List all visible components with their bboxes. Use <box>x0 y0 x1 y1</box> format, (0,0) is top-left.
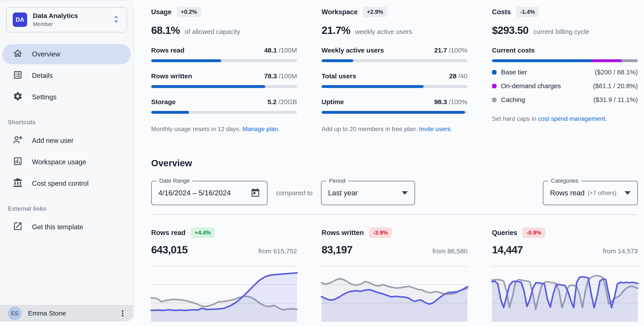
trend-badge: +4.4% <box>191 227 215 238</box>
sidebar-item-label: Workspace usage <box>32 158 86 166</box>
trend-badge: -0.9% <box>522 227 545 238</box>
cost-segment-caching <box>622 59 638 62</box>
trend-badge: +0.2% <box>177 6 201 17</box>
chart-card-rows-read: Rows read +4.4% 643,015 from 615,752 <box>151 227 297 322</box>
progress-fill <box>151 111 189 114</box>
avatar: ES <box>8 307 22 320</box>
sidebar-item-label: Settings <box>32 93 56 101</box>
sidebar-item-label: Details <box>32 72 53 80</box>
cost-segment-base-tier <box>492 59 592 62</box>
legend-row-on-demand: On-demand charges ($61.1 / 20.8%) <box>492 82 638 90</box>
sidebar-item-get-this-template[interactable]: Get this template <box>2 217 131 237</box>
legend-row-caching: Caching ($31.9 / 11.1%) <box>492 96 638 104</box>
categories-select[interactable]: Categories Rows read (+7 others) <box>543 181 638 205</box>
page-title: Overview <box>151 158 638 168</box>
period-value: Last year <box>328 189 358 197</box>
sidebar-item-details[interactable]: Details <box>2 66 131 86</box>
chart-compare-value: from 14,573 <box>603 247 638 255</box>
progress-track <box>151 85 297 88</box>
meter-weekly-active-users: Weekly active users21.7 /100% <box>322 47 468 62</box>
workspace-name: Data Analytics <box>33 12 78 19</box>
stat-big-value: $293.50 <box>492 24 528 36</box>
chart-card-rows-written: Rows written -3.9% 83,197 from 86,580 <box>322 227 468 322</box>
stat-title: Workspace <box>322 8 358 16</box>
chart-card-queries: Queries -0.9% 14,447 from 14,573 <box>492 227 638 322</box>
cost-stacked-bar <box>492 59 638 62</box>
meter-uptime: Uptime98.3 /100% <box>322 98 468 114</box>
meter-storage: Storage5.2 /20GB <box>151 98 297 114</box>
home-icon <box>13 48 23 60</box>
date-range-field[interactable]: Date Range 4/16/2024 – 5/16/2024 <box>151 181 268 205</box>
user-plus-icon <box>13 135 23 147</box>
categories-label: Categories <box>548 177 581 184</box>
chart-compare-value: from 86,580 <box>432 247 468 255</box>
sidebar-item-workspace-usage[interactable]: Workspace usage <box>2 152 131 172</box>
stat-big-value: 21.7% <box>322 24 350 36</box>
sidebar-item-add-new-user[interactable]: Add new user <box>2 131 131 151</box>
workspace-role: Member <box>33 21 78 27</box>
manage-plan-link[interactable]: Manage plan. <box>242 126 280 132</box>
chart-title: Rows read <box>151 229 186 237</box>
section-label-shortcuts: Shortcuts <box>8 119 133 126</box>
chart-value: 643,015 <box>151 244 188 256</box>
legend-dot <box>492 70 496 75</box>
workspace-info: Data Analytics Member <box>33 12 78 27</box>
stat-title: Costs <box>492 8 511 16</box>
costs-footnote: Set hard caps in cost spend management. <box>492 115 638 122</box>
workspace-switcher[interactable]: DA Data Analytics Member <box>6 7 127 32</box>
invite-users-link[interactable]: Invite users. <box>419 126 452 132</box>
current-costs-label: Current costs <box>492 47 638 54</box>
chart-compare-value: from 615,752 <box>258 247 297 255</box>
stat-title: Usage <box>151 8 172 16</box>
stat-card-usage: Usage +0.2% 68.1% of allowed capacity Ro… <box>151 6 297 133</box>
stat-big-value: 68.1% <box>151 24 180 36</box>
sparkline-chart <box>322 266 468 322</box>
stats-row: Usage +0.2% 68.1% of allowed capacity Ro… <box>151 6 638 133</box>
cost-segment-on-demand <box>592 59 622 62</box>
trend-badge: -3.9% <box>369 227 392 238</box>
user-row[interactable]: ES Emma Stone <box>0 305 133 321</box>
stat-big-caption: current billing cycle <box>534 28 589 35</box>
list-alt-icon <box>13 70 23 82</box>
workspace-footnote: Add up to 20 members in free plan. Invit… <box>322 126 468 133</box>
progress-fill <box>322 85 424 88</box>
date-range-value: 4/16/2024 – 5/16/2024 <box>158 189 231 197</box>
charts-row: Rows read +4.4% 643,015 from 615,752 Row… <box>151 227 638 322</box>
kebab-menu-icon[interactable] <box>118 309 128 318</box>
gear-icon <box>13 91 23 103</box>
cost-spend-management-link[interactable]: cost spend management. <box>538 115 607 122</box>
sidebar-item-label: Cost spend control <box>32 180 88 187</box>
chart-value: 83,197 <box>322 244 352 256</box>
period-select[interactable]: Period Last year <box>321 181 415 205</box>
stat-big-caption: weekly active users <box>355 28 412 35</box>
stat-big-caption: of allowed capacity <box>185 28 240 35</box>
chart-box-icon <box>13 156 23 168</box>
categories-value: Rows read <box>550 189 585 197</box>
chart-title: Rows written <box>322 229 364 237</box>
trend-badge: -1.4% <box>516 6 539 17</box>
external-link-icon <box>13 221 23 233</box>
divider <box>151 214 638 215</box>
user-name: Emma Stone <box>28 310 66 317</box>
main-content: Usage +0.2% 68.1% of allowed capacity Ro… <box>134 0 644 326</box>
unfold-more-icon <box>112 15 120 24</box>
sidebar-item-settings[interactable]: Settings <box>2 87 131 107</box>
calendar-icon[interactable] <box>250 188 260 198</box>
sparkline-chart <box>151 266 297 322</box>
categories-extra: (+7 others) <box>588 190 616 196</box>
sidebar-item-overview[interactable]: Overview <box>2 44 131 64</box>
meter-total-users: Total users28 /40 <box>322 72 468 88</box>
progress-track <box>322 85 468 88</box>
filters-row: Date Range 4/16/2024 – 5/16/2024 compare… <box>151 181 638 205</box>
date-range-label: Date Range <box>156 177 192 184</box>
progress-fill <box>322 59 353 62</box>
chart-value: 14,447 <box>492 244 523 256</box>
period-label: Period <box>326 177 348 184</box>
progress-fill <box>151 59 221 62</box>
compared-to-text: compared to <box>276 189 312 197</box>
meter-rows-read: Rows read48.1 /100M <box>151 47 297 62</box>
chevron-down-icon <box>402 191 408 195</box>
sidebar-item-cost-spend-control[interactable]: Cost spend control <box>2 173 131 194</box>
workspace-logo: DA <box>13 12 27 27</box>
progress-fill <box>322 111 465 114</box>
